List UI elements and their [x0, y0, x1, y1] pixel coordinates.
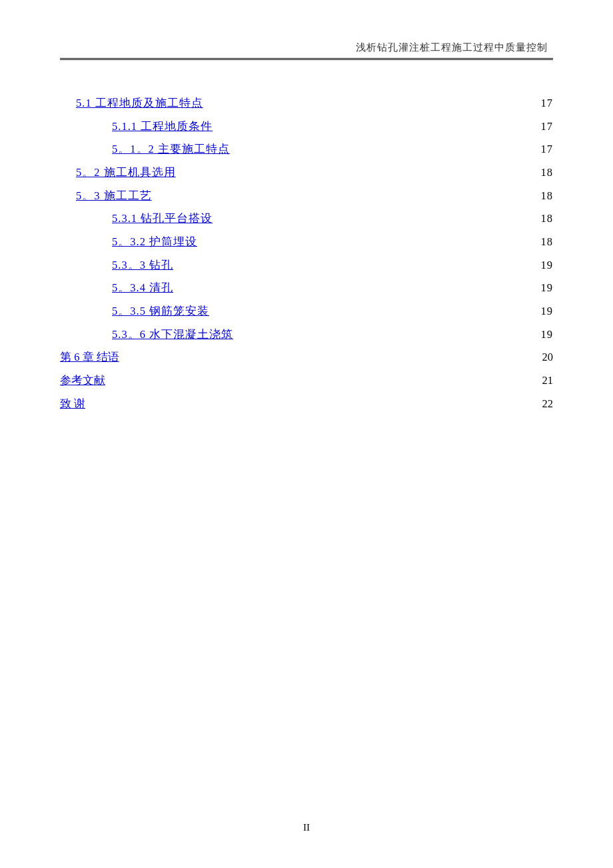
toc-link[interactable]: 5。1。2 主要施工特点 [112, 138, 230, 161]
toc-leader [217, 211, 537, 223]
toc-leader [213, 303, 537, 315]
toc-leader [237, 327, 537, 338]
toc-link[interactable]: 致 谢 [60, 393, 85, 415]
toc-entry: 5.1 工程地质及施工特点 17 [60, 92, 553, 115]
toc-leader [217, 119, 537, 130]
toc-link[interactable]: 5.1 工程地质及施工特点 [76, 92, 203, 115]
toc-link[interactable]: 5.3。3 钻孔 [112, 254, 173, 277]
toc-link[interactable]: 参考文献 [60, 369, 105, 392]
toc-page-number: 17 [538, 115, 553, 138]
toc-entry: 5。3.2 护筒埋设 18 [60, 231, 553, 253]
toc-page-number: 19 [538, 323, 553, 346]
toc-entry: 第 6 章 结语 20 [60, 346, 553, 369]
toc-link[interactable]: 5。2 施工机具选用 [76, 161, 176, 184]
toc-entry: 5。3 施工工艺 18 [60, 185, 553, 207]
toc-entry: 5。3.5 钢筋笼安装 19 [60, 300, 553, 323]
toc-leader [183, 165, 537, 176]
toc-link[interactable]: 5。3.4 清孔 [112, 277, 173, 299]
toc-link[interactable]: 5.3.1 钻孔平台搭设 [112, 207, 213, 230]
toc-entry: 致 谢 22 [60, 393, 553, 415]
toc-leader [123, 350, 537, 361]
toc-entry: 5.1.1 工程地质条件 17 [60, 115, 553, 138]
toc-leader [112, 373, 537, 384]
toc-link[interactable]: 5.3。6 水下混凝土浇筑 [112, 323, 233, 346]
toc-link[interactable]: 5。3.5 钢筋笼安装 [112, 300, 209, 323]
toc-leader [201, 234, 537, 245]
toc-entry: 5.3。6 水下混凝土浇筑 19 [60, 323, 553, 346]
toc-entry: 参考文献 21 [60, 369, 553, 392]
toc-entry: 5.3。3 钻孔 19 [60, 254, 553, 277]
toc-leader [210, 96, 537, 107]
header-double-rule [60, 58, 553, 60]
toc-page-number: 22 [538, 393, 553, 415]
page: 浅析钻孔灌注桩工程施工过程中质量控制 5.1 工程地质及施工特点 17 5.1.… [0, 0, 613, 455]
toc-entry: 5。1。2 主要施工特点 17 [60, 138, 553, 161]
toc-page-number: 19 [538, 254, 553, 277]
toc-entry: 5。2 施工机具选用 18 [60, 161, 553, 184]
toc-page-number: 18 [538, 231, 553, 253]
toc-leader [159, 188, 537, 199]
toc-page-number: 19 [538, 300, 553, 323]
toc-page-number: 18 [538, 185, 553, 207]
toc-link[interactable]: 5。3.2 护筒埋设 [112, 231, 197, 253]
toc-entry: 5。3.4 清孔 19 [60, 277, 553, 299]
toc-link[interactable]: 第 6 章 结语 [60, 346, 119, 369]
toc-link[interactable]: 5.1.1 工程地质条件 [112, 115, 213, 138]
toc-page-number: 17 [538, 92, 553, 115]
toc-page-number: 20 [538, 346, 553, 369]
running-header-title: 浅析钻孔灌注桩工程施工过程中质量控制 [60, 40, 553, 54]
toc-page-number: 18 [538, 161, 553, 184]
table-of-contents: 5.1 工程地质及施工特点 17 5.1.1 工程地质条件 17 5。1。2 主… [60, 92, 553, 415]
toc-page-number: 21 [538, 369, 553, 392]
toc-leader [92, 396, 537, 407]
toc-leader [234, 142, 537, 153]
toc-leader [180, 257, 537, 269]
toc-page-number: 19 [538, 277, 553, 299]
toc-link[interactable]: 5。3 施工工艺 [76, 185, 152, 207]
page-footer-number: II [0, 822, 613, 833]
toc-leader [177, 281, 537, 292]
toc-page-number: 17 [538, 138, 553, 161]
toc-page-number: 18 [538, 207, 553, 230]
toc-entry: 5.3.1 钻孔平台搭设 18 [60, 207, 553, 230]
